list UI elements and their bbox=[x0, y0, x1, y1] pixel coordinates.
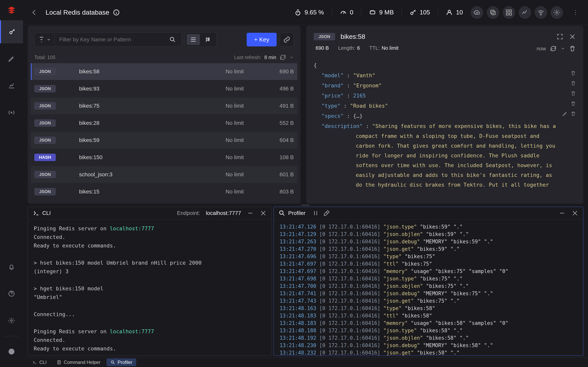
close-detail-button[interactable] bbox=[569, 33, 576, 40]
search-button[interactable] bbox=[164, 33, 182, 46]
key-type-badge: JSON bbox=[34, 119, 56, 127]
key-row[interactable]: JSONbikes:58No limit690 B bbox=[31, 63, 297, 80]
bulk-actions-button[interactable] bbox=[280, 33, 294, 47]
key-row[interactable]: JSONbikes:75No limit491 B bbox=[31, 98, 297, 114]
bell-icon bbox=[8, 263, 15, 270]
sidebar-pubsub[interactable] bbox=[0, 101, 23, 124]
key-type-badge: HASH bbox=[34, 154, 56, 161]
search-icon bbox=[278, 210, 285, 217]
sidebar-help[interactable] bbox=[0, 282, 23, 305]
sidebar-github[interactable] bbox=[0, 340, 23, 363]
graph-icon bbox=[521, 9, 528, 16]
detail-refresh-options[interactable] bbox=[561, 46, 565, 51]
view-tree[interactable] bbox=[201, 34, 215, 45]
doc-icon bbox=[57, 360, 61, 365]
profiler-panel: Profiler 13:21:47.126 [0 172.17.0.1:6041… bbox=[274, 207, 583, 356]
key-ttl: No limit bbox=[226, 171, 268, 178]
keys-panel: + Key Total: 105 Last refresh: 8 min bbox=[28, 26, 300, 204]
stat-users: 10 bbox=[446, 9, 463, 16]
total-label: Total: bbox=[34, 55, 46, 60]
header-graph[interactable] bbox=[519, 6, 531, 19]
filter-input[interactable] bbox=[55, 33, 164, 46]
key-row[interactable]: HASHbikes:150No limit108 B bbox=[31, 149, 297, 166]
field-edit[interactable] bbox=[562, 111, 568, 117]
header-cloud[interactable] bbox=[471, 6, 483, 19]
key-ttl: No limit bbox=[226, 154, 268, 160]
bottom-cli[interactable]: CLI bbox=[28, 359, 50, 366]
field-delete[interactable] bbox=[571, 81, 576, 86]
profiler-title: Profiler bbox=[288, 210, 306, 216]
users-icon bbox=[446, 9, 453, 16]
stat-users-value: 10 bbox=[456, 9, 463, 16]
kebab-menu[interactable]: ⋮ bbox=[571, 9, 580, 16]
pencil-icon bbox=[8, 55, 15, 62]
field-delete[interactable] bbox=[571, 111, 576, 117]
filter-group bbox=[34, 33, 182, 47]
detail-title: bikes:58 bbox=[341, 33, 365, 40]
key-name: bikes:93 bbox=[79, 86, 99, 92]
profiler-close[interactable] bbox=[572, 210, 579, 217]
filter-icon bbox=[38, 36, 45, 43]
delete-key-button[interactable] bbox=[569, 45, 576, 52]
sidebar-workbench[interactable] bbox=[0, 47, 23, 70]
field-delete[interactable] bbox=[571, 101, 576, 106]
detail-refresh-button[interactable] bbox=[550, 45, 557, 52]
refresh-options[interactable] bbox=[290, 55, 294, 59]
ttl-value: No limit bbox=[382, 45, 399, 51]
memory-icon bbox=[369, 9, 376, 16]
profiler-minimize[interactable] bbox=[559, 210, 566, 217]
bottom-profiler[interactable]: Profiler bbox=[107, 359, 136, 366]
header-copy[interactable] bbox=[487, 6, 499, 19]
cli-close[interactable] bbox=[260, 210, 267, 217]
key-row[interactable]: JSONbikes:28No limit552 B bbox=[31, 115, 297, 131]
key-row[interactable]: JSONschool_json:3No limit601 B bbox=[31, 166, 297, 183]
last-refresh-label: Last refresh: bbox=[234, 55, 261, 60]
field-delete[interactable] bbox=[571, 91, 576, 96]
field-delete[interactable] bbox=[571, 70, 576, 76]
filter-type-select[interactable] bbox=[34, 33, 55, 46]
bottom-profiler-label: Profiler bbox=[118, 359, 132, 365]
fullscreen-button[interactable] bbox=[556, 33, 564, 40]
back-button[interactable] bbox=[31, 9, 38, 16]
key-row[interactable]: JSONbikes:93No limit496 B bbox=[31, 80, 297, 97]
horizontal-splitter[interactable] bbox=[28, 204, 583, 207]
stopwatch-icon bbox=[294, 9, 301, 16]
sidebar-settings[interactable] bbox=[0, 309, 23, 332]
refresh-button[interactable] bbox=[279, 54, 286, 61]
header-settings[interactable] bbox=[551, 6, 563, 19]
sidebar-analysis[interactable] bbox=[0, 74, 23, 97]
terminal-icon bbox=[32, 210, 40, 217]
db-name: Local Redis database bbox=[46, 8, 109, 16]
add-key-button[interactable]: + Key bbox=[247, 33, 277, 46]
view-list[interactable] bbox=[187, 34, 200, 45]
sidebar-notifications[interactable] bbox=[0, 255, 23, 278]
key-size: 491 B bbox=[268, 103, 294, 109]
stat-commands: 0 bbox=[340, 9, 354, 16]
profiler-pause[interactable] bbox=[312, 210, 319, 217]
total-value: 105 bbox=[47, 55, 56, 60]
header-wifi[interactable] bbox=[535, 6, 547, 19]
key-ttl: No limit bbox=[226, 189, 268, 195]
profiler-clear[interactable] bbox=[323, 210, 330, 217]
bottom-helper[interactable]: Command Helper bbox=[53, 359, 104, 366]
info-icon[interactable] bbox=[113, 9, 120, 16]
cli-terminal[interactable]: Pinging Redis server on localhost:7777Co… bbox=[28, 220, 271, 356]
cli-title: CLI bbox=[42, 210, 51, 216]
header-grid[interactable] bbox=[503, 6, 515, 19]
chart-icon bbox=[8, 82, 15, 89]
cli-minimize[interactable] bbox=[247, 210, 254, 217]
key-icon bbox=[8, 28, 16, 35]
key-row[interactable]: JSONbikes:15No limit803 B bbox=[31, 183, 297, 200]
tree-icon bbox=[205, 36, 212, 43]
key-size: 601 B bbox=[268, 171, 294, 178]
endpoint-label: Endpoint: bbox=[177, 210, 200, 216]
app-logo bbox=[5, 4, 18, 16]
stat-memory-value: 9 MB bbox=[379, 9, 394, 16]
key-type-badge: JSON bbox=[34, 171, 56, 178]
key-name: school_json:3 bbox=[79, 171, 113, 178]
sidebar-keys[interactable] bbox=[0, 20, 23, 43]
stat-percent-value: 9.65 % bbox=[305, 9, 324, 16]
length-label: Length: bbox=[338, 45, 355, 51]
key-row[interactable]: JSONbikes:59No limit604 B bbox=[31, 132, 297, 149]
ttl-label: TTL: bbox=[369, 45, 379, 51]
